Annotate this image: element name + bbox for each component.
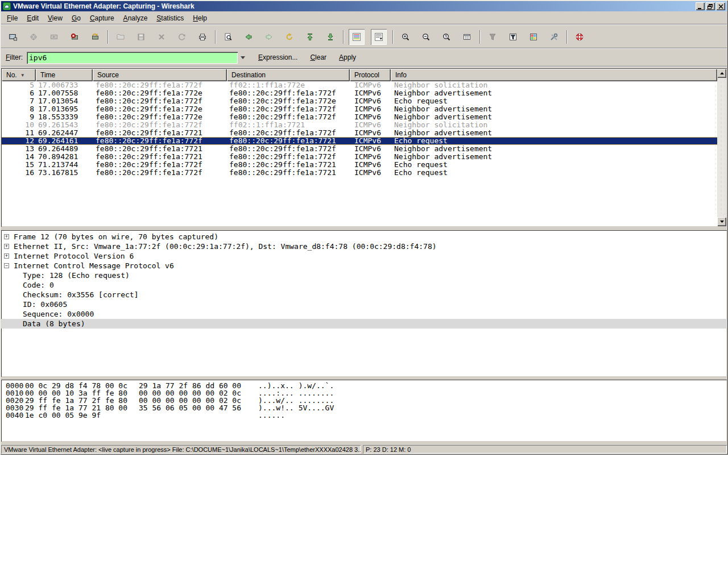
detail-line[interactable]: −Internet Control Message Protocol v6 bbox=[1, 261, 727, 271]
detail-text: Data (8 bytes) bbox=[23, 319, 85, 328]
zoom-in-button[interactable] bbox=[398, 30, 412, 44]
menu-file[interactable]: File bbox=[2, 13, 22, 24]
go-to-bottom-button[interactable] bbox=[323, 30, 337, 44]
cell-time: 17.013695 bbox=[36, 105, 93, 113]
scroll-up-button[interactable] bbox=[717, 69, 726, 78]
cell-dst: fe80::20c:29ff:fe1a:772f bbox=[227, 153, 350, 161]
hex-bytes bbox=[139, 411, 246, 419]
display-filter-button[interactable] bbox=[506, 30, 520, 44]
clear-button[interactable]: Clear bbox=[308, 52, 329, 63]
capture-stop-button[interactable] bbox=[67, 30, 81, 44]
filter-label: Filter: bbox=[6, 53, 23, 61]
column-header-protocol[interactable]: Protocol bbox=[350, 69, 391, 81]
list-interfaces-button[interactable] bbox=[6, 30, 20, 44]
scroll-down-button[interactable] bbox=[717, 217, 726, 226]
detail-line[interactable]: Checksum: 0x3556 [correct] bbox=[1, 290, 727, 300]
preferences-button[interactable] bbox=[547, 30, 561, 44]
detail-line[interactable]: +Frame 12 (70 bytes on wire, 70 bytes ca… bbox=[1, 232, 727, 242]
detail-line[interactable]: +Internet Protocol Version 6 bbox=[1, 251, 727, 261]
hex-line[interactable]: 003029 ff fe 1a 77 21 80 0035 56 06 05 0… bbox=[1, 404, 727, 411]
detail-line[interactable]: Code: 0 bbox=[1, 280, 727, 290]
column-header-no[interactable]: No.▼ bbox=[2, 69, 36, 81]
filter-dropdown-button[interactable] bbox=[238, 52, 248, 64]
menu-statistics[interactable]: Statistics bbox=[152, 13, 188, 24]
zoom-100-button[interactable] bbox=[439, 30, 453, 44]
packet-row-14[interactable]: 1470.894281fe80::20c:29ff:fe1a:7721fe80:… bbox=[2, 153, 717, 161]
toolbar-separator bbox=[392, 30, 394, 44]
colorize-button[interactable] bbox=[349, 29, 365, 45]
detail-line[interactable]: Sequence: 0x0000 bbox=[1, 309, 727, 319]
detail-line[interactable]: ID: 0x0605 bbox=[1, 300, 727, 309]
expand-icon[interactable]: + bbox=[4, 234, 9, 239]
file-save-as-icon bbox=[136, 32, 146, 41]
column-header-source[interactable]: Source bbox=[93, 69, 227, 81]
list-interfaces-icon bbox=[9, 32, 18, 41]
expand-icon[interactable]: + bbox=[4, 253, 9, 259]
apply-button[interactable]: Apply bbox=[337, 52, 358, 63]
detail-line[interactable]: Type: 128 (Echo request) bbox=[1, 271, 727, 280]
go-forward-button[interactable] bbox=[262, 30, 276, 44]
cell-src: fe80::20c:29ff:fe1a:772e bbox=[93, 89, 227, 97]
column-label: Info bbox=[395, 71, 407, 79]
cell-pro: ICMPv6 bbox=[350, 81, 391, 89]
packet-row-7[interactable]: 717.013054fe80::20c:29ff:fe1a:772ffe80::… bbox=[2, 97, 717, 105]
packet-list-scrollbar[interactable] bbox=[717, 69, 726, 226]
capture-restart-icon bbox=[90, 32, 100, 41]
help-button[interactable] bbox=[572, 30, 586, 44]
packet-row-6[interactable]: 617.007558fe80::20c:29ff:fe1a:772efe80::… bbox=[2, 89, 717, 97]
menu-capture[interactable]: Capture bbox=[85, 13, 119, 24]
cell-pro: ICMPv6 bbox=[350, 161, 391, 169]
zoom-out-button[interactable] bbox=[419, 30, 433, 44]
go-to-top-button[interactable] bbox=[303, 30, 317, 44]
menu-go[interactable]: Go bbox=[67, 13, 85, 24]
cell-dst: ff02::1:ff1a:772e bbox=[227, 81, 350, 89]
menu-view[interactable]: View bbox=[43, 13, 67, 24]
cell-inf: Echo request bbox=[391, 97, 717, 105]
cell-no: 15 bbox=[2, 161, 36, 169]
column-header-destination[interactable]: Destination bbox=[227, 69, 350, 81]
print-button[interactable] bbox=[195, 30, 209, 44]
menu-edit[interactable]: Edit bbox=[22, 13, 43, 24]
cell-inf: Neighbor advertisement bbox=[391, 145, 717, 153]
expression-button[interactable]: Expression... bbox=[256, 52, 300, 63]
detail-text: Internet Protocol Version 6 bbox=[14, 252, 134, 260]
packet-row-11[interactable]: 1169.262447fe80::20c:29ff:fe1a:7721fe80:… bbox=[2, 129, 717, 137]
packet-row-5[interactable]: 517.006733fe80::20c:29ff:fe1a:772fff02::… bbox=[2, 81, 717, 89]
hex-line[interactable]: 00401e c0 00 05 9e 9f...... bbox=[1, 411, 727, 419]
capture-restart-button[interactable] bbox=[88, 30, 102, 44]
window-title: VMware Virtual Ethernet Adapter: Capturi… bbox=[13, 2, 694, 10]
packet-row-13[interactable]: 1369.264489fe80::20c:29ff:fe1a:7721fe80:… bbox=[2, 145, 717, 153]
packet-row-16[interactable]: 1673.167815fe80::20c:29ff:fe1a:772ffe80:… bbox=[2, 169, 717, 177]
packet-row-12[interactable]: 1269.264161fe80::20c:29ff:fe1a:772ffe80:… bbox=[2, 137, 717, 145]
expand-icon[interactable]: + bbox=[4, 244, 9, 249]
go-to-packet-button[interactable] bbox=[282, 30, 296, 44]
close-button[interactable] bbox=[716, 2, 725, 10]
filter-input[interactable] bbox=[27, 52, 238, 64]
go-back-button[interactable] bbox=[241, 30, 255, 44]
packet-row-8[interactable]: 817.013695fe80::20c:29ff:fe1a:772efe80::… bbox=[2, 105, 717, 113]
find-packet-button[interactable] bbox=[221, 30, 235, 44]
auto-scroll-button[interactable] bbox=[371, 29, 387, 45]
column-header-info[interactable]: Info bbox=[391, 69, 717, 81]
cell-no: 11 bbox=[2, 129, 36, 137]
cell-time: 17.006733 bbox=[36, 81, 93, 89]
coloring-rules-button[interactable] bbox=[526, 30, 540, 44]
packet-row-10[interactable]: 1069.261543fe80::20c:29ff:fe1a:772fff02:… bbox=[2, 121, 717, 129]
packet-row-15[interactable]: 1571.213744fe80::20c:29ff:fe1a:772ffe80:… bbox=[2, 161, 717, 169]
menu-analyze[interactable]: Analyze bbox=[119, 13, 152, 24]
cell-pro: ICMPv6 bbox=[350, 89, 391, 97]
detail-line[interactable]: +Ethernet II, Src: Vmware_1a:77:2f (00:0… bbox=[1, 242, 727, 251]
packet-row-9[interactable]: 918.553339fe80::20c:29ff:fe1a:772efe80::… bbox=[2, 113, 717, 121]
collapse-icon[interactable]: − bbox=[4, 263, 9, 268]
column-header-time[interactable]: Time bbox=[36, 69, 93, 81]
minimize-button[interactable] bbox=[696, 2, 705, 10]
restore-button[interactable] bbox=[706, 2, 715, 10]
cell-no: 14 bbox=[2, 153, 36, 161]
menu-help[interactable]: Help bbox=[188, 13, 212, 24]
cell-no: 13 bbox=[2, 145, 36, 153]
status-packet-counts: P: 23 D: 12 M: 0 bbox=[363, 445, 727, 454]
detail-line[interactable]: Data (8 bytes) bbox=[1, 319, 727, 329]
cell-dst: fe80::20c:29ff:fe1a:772f bbox=[227, 113, 350, 121]
resize-columns-button[interactable] bbox=[460, 30, 474, 44]
cell-no: 10 bbox=[2, 121, 36, 129]
